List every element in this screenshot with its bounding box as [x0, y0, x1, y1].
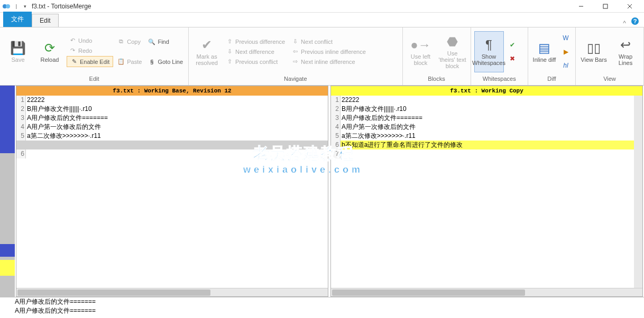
ws-option2-button[interactable]: ✖ — [506, 52, 519, 65]
qat-dropdown-icon[interactable]: ▾ — [21, 3, 29, 10]
app-icon — [2, 2, 11, 11]
down-arrow-icon: ⇩ — [291, 38, 299, 45]
diff-option1-button[interactable]: W — [559, 32, 572, 44]
view-bars-button[interactable]: ▯▯ View Bars — [579, 31, 609, 72]
help-icon[interactable]: ? — [629, 15, 641, 27]
use-theirs-block-button[interactable]: ⬣ Use 'theirs' text block — [438, 31, 467, 72]
ribbon: 💾 Save ⟳ Reload ↶Undo ↷Redo ✎Enable Edit… — [0, 27, 644, 86]
pencil-icon: ✎ — [70, 58, 78, 65]
ribbon-collapse-icon[interactable]: ^ — [620, 20, 629, 27]
save-icon: 💾 — [10, 41, 26, 55]
group-diff-label: Diff — [528, 76, 575, 85]
reload-button[interactable]: ⟳ Reload — [35, 31, 65, 72]
right-pane-body[interactable]: 1222222B用户修改文件||||||·.r103A用户修改后的文件=====… — [331, 96, 642, 288]
use-left-icon: ●→ — [410, 38, 431, 52]
redo-icon: ↷ — [69, 47, 76, 54]
use-left-block-button[interactable]: ●→ Use left block — [406, 31, 436, 72]
use-theirs-icon: ⬣ — [447, 34, 458, 49]
close-button[interactable] — [618, 0, 642, 13]
copy-icon: ⧉ — [117, 38, 125, 45]
mark-resolved-label: Mark as resolved — [193, 53, 220, 66]
save-label: Save — [11, 57, 24, 63]
code-line[interactable]: 4A用户第一次修改后的文件 — [331, 123, 642, 132]
view-bars-icon: ▯▯ — [587, 41, 601, 55]
code-line[interactable]: 6b不知道a进行了重命名而进行了文件的修改 — [331, 141, 642, 149]
mark-resolved-button[interactable]: ✔ Mark as resolved — [192, 31, 222, 72]
up-arrow-icon: ⇧ — [226, 58, 233, 65]
show-whitespaces-button[interactable]: ¶ Show Whitespaces — [474, 31, 504, 72]
bottom-line-2: A用户修改后的文件======= — [15, 306, 644, 315]
ws-option1-button[interactable]: ✔ — [506, 39, 519, 51]
prev-conflict-button[interactable]: ⇧Previous conflict — [224, 57, 287, 66]
enable-edit-button[interactable]: ✎Enable Edit — [67, 56, 113, 67]
minimize-button[interactable] — [569, 0, 593, 13]
reload-icon: ⟳ — [44, 41, 55, 55]
find-icon: 🔍 — [148, 39, 155, 45]
code-line[interactable]: 3A用户修改后的文件======= — [331, 114, 642, 123]
wrap-lines-button[interactable]: ↩ Wrap Lines — [611, 31, 640, 72]
code-line[interactable]: 122222 — [16, 96, 328, 105]
right-h-scrollbar[interactable] — [331, 288, 642, 296]
code-line[interactable]: 4A用户第一次修改后的文件 — [16, 123, 328, 132]
diff-option3-button[interactable]: hl — [559, 59, 572, 72]
goto-line-button[interactable]: §Goto Line — [146, 58, 185, 66]
bottom-preview: A用户修改后的文件======= A用户修改后的文件======= — [0, 297, 644, 317]
qat-sep-icon: | — [13, 3, 20, 10]
find-button[interactable]: 🔍Find — [146, 38, 185, 46]
right-v-scrollbar[interactable] — [634, 96, 642, 288]
left-h-scrollbar[interactable] — [16, 288, 328, 296]
tab-file[interactable]: 文件 — [3, 12, 32, 27]
redo-button[interactable]: ↷Redo — [67, 46, 113, 55]
wrap-icon: ↩ — [620, 38, 631, 52]
left-pane-body[interactable]: 1222222B用户修改文件||||||·.r103A用户修改后的文件=====… — [16, 96, 328, 288]
reload-label: Reload — [41, 57, 59, 63]
code-line[interactable]: 3A用户修改后的文件======= — [16, 114, 328, 123]
code-line[interactable]: 5a第二次修改>>>>>>>·.r11 — [16, 132, 328, 141]
group-ws-label: Whitespaces — [471, 76, 528, 85]
next-inline-button[interactable]: ⇨Next inline difference — [289, 57, 368, 66]
undo-button[interactable]: ↶Undo — [67, 36, 113, 45]
svg-rect-3 — [603, 4, 608, 8]
next-conflict-button[interactable]: ⇩Next conflict — [289, 37, 368, 46]
undo-icon: ↶ — [69, 37, 76, 44]
up-arrow-icon: ⇧ — [226, 38, 233, 45]
group-view-label: View — [576, 76, 643, 85]
group-blocks-label: Blocks — [403, 76, 471, 85]
inline-diff-button[interactable]: ▤ Inline diff — [531, 31, 557, 72]
prev-diff-button[interactable]: ⇧Previous difference — [224, 37, 287, 46]
check-icon: ✔ — [201, 38, 212, 52]
code-line[interactable] — [16, 141, 328, 149]
save-button[interactable]: 💾 Save — [3, 31, 33, 72]
code-line[interactable]: 122222 — [331, 96, 642, 105]
maximize-button[interactable] — [593, 0, 618, 13]
code-line[interactable]: 2B用户修改文件||||||·.r10 — [16, 105, 328, 114]
locator-bar[interactable] — [0, 86, 15, 297]
titlebar: | ▾ f3.txt - TortoiseMerge — [0, 0, 644, 13]
copy-button[interactable]: ⧉Copy — [115, 37, 144, 46]
left-arrow-icon: ⇦ — [291, 48, 299, 55]
diff-option2-button[interactable]: ▶ — [559, 45, 572, 58]
code-line[interactable]: 7 — [331, 149, 642, 158]
left-pane-title: f3.txt : Working Base, Revision 12 — [16, 86, 328, 96]
bottom-line-1: A用户修改后的文件======= — [15, 297, 644, 306]
code-line[interactable]: 5a第二次修改>>>>>>>·.r11 — [331, 132, 642, 141]
svg-point-1 — [6, 4, 10, 8]
diff-area: f3.txt : Working Base, Revision 12 12222… — [0, 86, 644, 297]
svg-text:?: ? — [633, 18, 637, 24]
quick-access-toolbar: | ▾ — [13, 3, 29, 10]
paste-button[interactable]: 📋Paste — [115, 57, 144, 66]
next-diff-button[interactable]: ⇩Next difference — [224, 47, 287, 56]
right-pane-title: f3.txt : Working Copy — [331, 86, 642, 96]
code-line[interactable]: 6 — [16, 149, 328, 158]
right-pane: f3.txt : Working Copy 1222222B用户修改文件||||… — [330, 86, 643, 297]
down-arrow-icon: ⇩ — [226, 48, 233, 55]
paste-icon: 📋 — [117, 58, 125, 65]
prev-inline-button[interactable]: ⇦Previous inline difference — [289, 47, 368, 56]
code-line[interactable]: 2B用户修改文件||||||·.r10 — [331, 105, 642, 114]
tab-row: 文件 Edit ^ ? — [0, 13, 644, 27]
group-edit-label: Edit — [0, 76, 188, 85]
pilcrow-icon: ¶ — [485, 38, 492, 52]
right-arrow-icon: ⇨ — [291, 58, 299, 65]
window-title: f3.txt - TortoiseMerge — [32, 3, 569, 10]
tab-edit[interactable]: Edit — [32, 14, 59, 27]
